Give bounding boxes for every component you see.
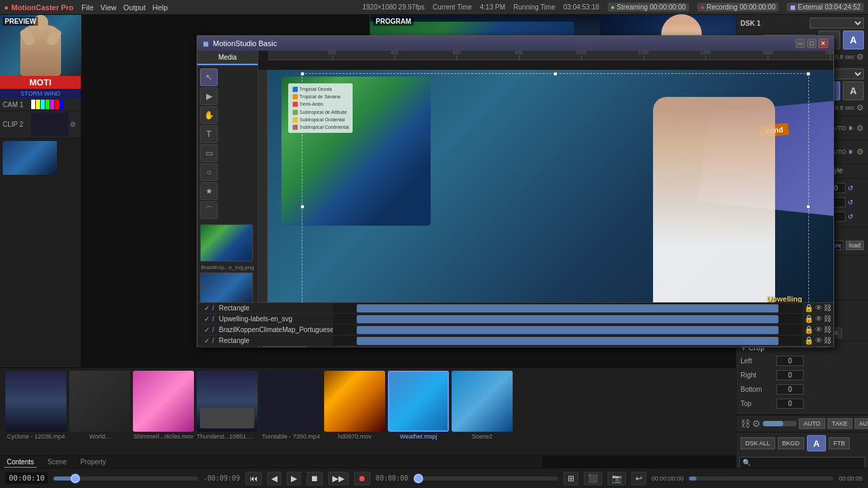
tl-check-0[interactable]: ✓ [204, 304, 210, 312]
scene2-thumb[interactable] [452, 371, 513, 432]
cursor-tool[interactable]: ↖ [200, 68, 218, 86]
scale-refresh-icon[interactable]: ↺ [848, 184, 853, 192]
weather-thumb[interactable] [388, 371, 449, 432]
clip2-gear-icon[interactable]: ⚙ [70, 121, 76, 128]
ms-minimize-button[interactable]: ─ [795, 39, 805, 48]
progress-bar[interactable] [54, 476, 198, 481]
text-tool[interactable]: T [200, 125, 218, 143]
bkgd-btn[interactable]: BKGD [778, 437, 805, 449]
tl-lock-icon-2[interactable]: 🔒 [804, 325, 814, 334]
bottom-a-btn[interactable]: A [807, 435, 826, 451]
thumb-brazilkop[interactable] [200, 224, 253, 262]
ms-maximize-button[interactable]: □ [807, 39, 816, 48]
dsk2-settings-icon[interactable]: ⚙ [856, 103, 864, 113]
extra-btn-4[interactable]: ↩ [631, 472, 646, 485]
media-item-shimmer[interactable]: Shimmerl...rticles.mov [133, 371, 194, 453]
secondary-progress[interactable] [414, 476, 558, 481]
tl-check-3[interactable]: ✓ [204, 337, 210, 344]
circle-tool[interactable]: ○ [200, 163, 218, 181]
progress-handle[interactable] [71, 474, 80, 483]
tl-check-1[interactable]: ✓ [204, 315, 210, 323]
arc-tool[interactable]: ⌒ [200, 201, 218, 219]
dsk2-a-btn-2[interactable]: A [843, 81, 864, 100]
stop-button[interactable]: ⏹ [307, 472, 323, 485]
tl-eye-icon-0[interactable]: 👁 [815, 304, 823, 312]
handle-tm[interactable] [553, 72, 557, 76]
dsk-all-link-icon[interactable]: ⛓ [741, 418, 750, 429]
tl-link-icon-2[interactable]: ⛓ [824, 325, 831, 334]
extra-btn-1[interactable]: ⊞ [564, 472, 578, 485]
dsk1-settings-icon[interactable]: ⚙ [856, 52, 864, 62]
tab-scene[interactable]: Scene [45, 457, 69, 467]
extra-btn-2[interactable]: ⬛ [584, 472, 602, 485]
star-tool[interactable]: ★ [200, 182, 218, 200]
shear-refresh-icon[interactable]: ↺ [848, 199, 853, 206]
media-item-scene2[interactable]: Scene2 [452, 371, 513, 453]
tertiary-progress[interactable] [689, 476, 833, 481]
crop-top-input[interactable] [776, 399, 804, 409]
shimmer-thumb[interactable] [133, 371, 194, 432]
load-button[interactable]: load [846, 241, 864, 250]
turntable-thumb[interactable] [260, 371, 321, 432]
dsk1-a-btn-2[interactable]: A [843, 30, 864, 49]
dur-slider-2[interactable] [849, 150, 854, 154]
tl-lock-icon-0[interactable]: 🔒 [804, 304, 814, 312]
play-button[interactable]: ▶ [287, 472, 301, 485]
extra-btn-3[interactable]: 📷 [608, 472, 626, 485]
ftb-btn[interactable]: FTB [829, 437, 850, 449]
tl-eye-icon-3[interactable]: 👁 [815, 336, 823, 345]
settings-icon-1[interactable]: ⚙ [856, 123, 864, 133]
next-frame-button[interactable]: ▶▶ [328, 472, 349, 485]
menu-output[interactable]: Output [123, 3, 146, 12]
dsk-all-take-button[interactable]: TAKE [827, 418, 852, 429]
ms-tab-media[interactable]: Media [197, 51, 258, 65]
menu-help[interactable]: Help [153, 3, 168, 12]
arrow-tool[interactable]: ▶ [200, 87, 218, 105]
media-item-hd0970[interactable]: hd0970.mov [324, 371, 385, 453]
crop-right-input[interactable] [776, 370, 804, 380]
menu-file[interactable]: File [81, 3, 94, 12]
ms-close-button[interactable]: ✕ [818, 39, 828, 48]
hd0970-thumb[interactable] [324, 371, 385, 432]
menu-view[interactable]: View [100, 3, 117, 12]
prev-frame-button[interactable]: ◀ [267, 472, 281, 485]
media-item-weather[interactable]: Weather.mspj [388, 371, 449, 453]
hand-tool[interactable]: ✋ [200, 106, 218, 124]
tl-eye-icon-1[interactable]: 👁 [815, 314, 823, 323]
tl-link-icon-1[interactable]: ⛓ [824, 314, 831, 323]
search-input[interactable] [739, 457, 865, 468]
media-item-thunder[interactable]: Thunderst...10851.mp4 [197, 371, 258, 453]
tab-property-bottom[interactable]: Property [77, 457, 108, 467]
dsk-all-settings-icon[interactable]: ⚙ [752, 418, 761, 429]
record-button[interactable]: ⏺ [354, 472, 370, 485]
tl-eye-icon-2[interactable]: 👁 [815, 325, 823, 334]
anchor-refresh-icon[interactable]: ↺ [848, 213, 853, 220]
dsk-all-slider[interactable] [763, 421, 797, 426]
tl-link-icon-0[interactable]: ⛓ [824, 304, 831, 312]
rectangle-tool[interactable]: ▭ [200, 144, 218, 162]
settings-icon-2[interactable]: ⚙ [856, 147, 864, 157]
world-thumb[interactable] [69, 371, 130, 432]
dur-slider-1[interactable] [849, 126, 854, 130]
dsk-all-btn[interactable]: DSK ALL [741, 437, 775, 449]
secondary-progress-handle[interactable] [414, 474, 423, 483]
handle-tl[interactable] [300, 72, 304, 76]
handle-tr[interactable] [806, 72, 810, 76]
tl-check-2[interactable]: ✓ [204, 326, 210, 333]
media-item-turntable[interactable]: Turntable - 7350.mp4 [260, 371, 321, 453]
dsk1-type-select[interactable] [810, 18, 864, 28]
cyclone-thumb[interactable] [5, 371, 66, 432]
left-thumb-item[interactable] [3, 141, 57, 175]
thunder-thumb[interactable] [197, 371, 258, 432]
media-item-cyclone[interactable]: Cyclone - 12036.mp4 [5, 371, 66, 453]
skip-start-button[interactable]: ⏮ [245, 472, 262, 485]
dsk-all-auto2-button[interactable]: AUTO [854, 418, 868, 429]
tab-contents[interactable]: Contents [4, 457, 37, 468]
tl-lock-icon-3[interactable]: 🔒 [804, 336, 814, 345]
crop-left-input[interactable] [776, 356, 804, 366]
tl-lock-icon-1[interactable]: 🔒 [804, 314, 814, 323]
dsk-all-auto-button[interactable]: AUTO [799, 418, 825, 429]
crop-bottom-input[interactable] [776, 384, 804, 394]
media-item-world[interactable]: World... [69, 371, 130, 453]
tl-link-icon-3[interactable]: ⛓ [824, 336, 831, 345]
